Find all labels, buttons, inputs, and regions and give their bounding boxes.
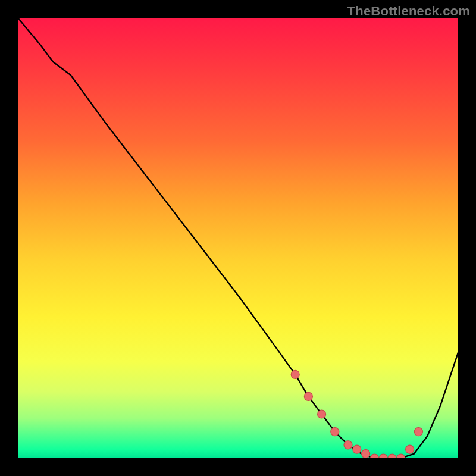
watermark-text: TheBottleneck.com: [347, 4, 470, 19]
bottleneck-curve-line: [18, 18, 458, 458]
curve-marker: [318, 410, 326, 418]
curve-marker: [291, 370, 299, 378]
curve-marker: [370, 454, 378, 458]
bottleneck-curve-markers: [291, 370, 422, 458]
curve-marker: [362, 450, 370, 458]
curve-marker: [397, 454, 405, 458]
chart-plot-area: [18, 18, 458, 458]
chart-svg: [18, 18, 458, 458]
curve-marker: [331, 428, 339, 436]
curve-marker: [304, 392, 312, 400]
curve-marker: [379, 454, 387, 458]
curve-marker: [353, 445, 361, 453]
curve-marker: [406, 445, 414, 453]
curve-marker: [388, 454, 396, 458]
curve-marker: [344, 441, 352, 449]
chart-frame: TheBottleneck.com: [0, 0, 476, 476]
curve-marker: [414, 428, 422, 436]
